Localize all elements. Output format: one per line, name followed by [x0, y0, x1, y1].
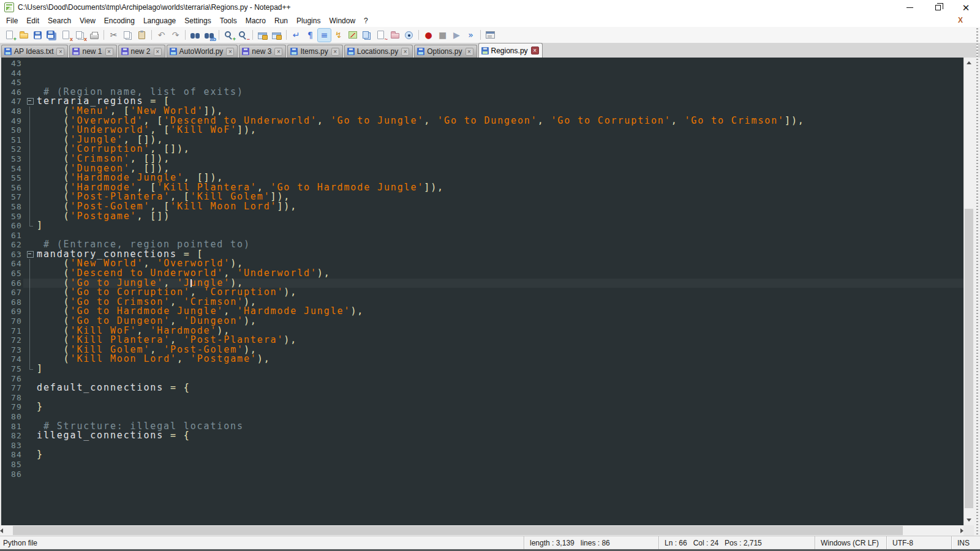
sync-vertical-scroll-button[interactable] [256, 29, 269, 42]
scroll-up-button[interactable] [964, 58, 974, 68]
code-line[interactable]: 83 [1, 441, 963, 451]
code-line[interactable]: 60] [1, 221, 963, 231]
tab-regions-py[interactable]: Regions.py× [478, 43, 543, 58]
save-all-button[interactable] [45, 29, 58, 42]
folder-as-workspace-button[interactable] [388, 29, 401, 42]
code-line[interactable]: 44 [1, 69, 963, 78]
open-file-button[interactable] [17, 29, 30, 42]
restore-button[interactable] [924, 0, 952, 15]
menu-search[interactable]: Search [43, 15, 75, 26]
close-file-button[interactable]: x [59, 29, 72, 42]
vertical-scroll-track[interactable] [964, 68, 974, 515]
panel-splitter[interactable] [976, 28, 978, 536]
run-command-button[interactable]: ↯ [332, 29, 345, 42]
tab-close-icon[interactable]: × [531, 47, 539, 54]
tab-new-1[interactable]: new 1× [69, 45, 116, 58]
zoom-out-button[interactable]: − [236, 29, 249, 42]
code-line[interactable]: 74 ('Kill Moon Lord', 'Postgame'), [1, 354, 963, 364]
tab-items-py[interactable]: Items.py× [287, 45, 342, 58]
run-command-icon: ↯ [335, 30, 342, 40]
vertical-scrollbar[interactable] [963, 58, 974, 525]
redo-button[interactable]: ↷ [169, 29, 182, 42]
menu-file[interactable]: File [2, 15, 22, 26]
menu-macro[interactable]: Macro [241, 15, 270, 26]
horizontal-scroll-thumb[interactable] [13, 526, 903, 535]
file-monitoring-button[interactable] [402, 29, 415, 42]
minimize-button[interactable] [895, 0, 924, 15]
show-all-characters-button[interactable]: ¶ [304, 29, 317, 42]
tab-new-2[interactable]: new 2× [118, 45, 165, 58]
code-line[interactable]: 84} [1, 450, 963, 460]
save-file-button[interactable] [31, 29, 44, 42]
line-number: 59 [1, 212, 22, 222]
menu-help[interactable]: ? [360, 15, 372, 26]
code-line[interactable]: 82illegal_connections = { [1, 431, 963, 441]
tab-new-3[interactable]: new 3× [239, 45, 286, 58]
line-number: 66 [1, 279, 22, 288]
menu-run[interactable]: Run [270, 15, 292, 26]
close-button[interactable]: ✕ [952, 0, 980, 15]
menu-plugins[interactable]: Plugins [292, 15, 325, 26]
macro-play-button[interactable]: ▶ [450, 29, 463, 42]
word-wrap-button[interactable]: ↵ [290, 29, 303, 42]
code-editor[interactable]: 43444546 # (Region name, list of exits)4… [0, 58, 963, 525]
code-line[interactable]: 77default_connections = { [1, 383, 963, 393]
tab-close-icon[interactable]: × [274, 48, 282, 56]
scroll-down-button[interactable] [964, 515, 974, 525]
tab-autoworld-py[interactable]: AutoWorld.py× [167, 45, 238, 58]
edit-macro-button[interactable]: ~ [374, 29, 387, 42]
undo-button[interactable]: ↶ [155, 29, 168, 42]
code-line[interactable]: 85 [1, 460, 963, 470]
tab-close-icon[interactable]: × [226, 48, 234, 56]
copy-button[interactable] [121, 29, 134, 42]
macro-record-button[interactable]: ● [422, 29, 435, 42]
tab-close-icon[interactable]: × [154, 48, 162, 56]
menu-edit[interactable]: Edit [22, 15, 43, 26]
replace-button[interactable]: ab [203, 29, 216, 42]
tab-options-py[interactable]: Options.py× [414, 45, 477, 58]
tab-locations-py[interactable]: Locations.py× [344, 45, 413, 58]
tab-close-icon[interactable]: × [401, 48, 409, 56]
document-switcher-button[interactable] [484, 29, 497, 42]
menu-tools[interactable]: Tools [216, 15, 241, 26]
toolbar-separator [104, 30, 104, 40]
cut-button[interactable]: ✂ [107, 29, 120, 42]
menu-view[interactable]: View [75, 15, 100, 26]
close-document-x-icon[interactable]: X [958, 16, 963, 24]
macro-record-icon: ● [424, 30, 432, 40]
macro-run-multiple-button[interactable]: » [464, 29, 477, 42]
horizontal-scrollbar[interactable] [0, 525, 963, 536]
macro-stop-button[interactable]: ■ [436, 29, 449, 42]
paste-button[interactable] [135, 29, 148, 42]
zoom-in-button[interactable]: + [222, 29, 235, 42]
menu-language[interactable]: Language [139, 15, 180, 26]
code-line[interactable]: 43 [1, 59, 963, 69]
code-line[interactable]: 59 ('Postgame', []) [1, 212, 963, 222]
tab-close-icon[interactable]: × [466, 48, 473, 56]
document-map-button[interactable] [346, 29, 359, 42]
print-button[interactable] [88, 29, 100, 42]
find-button[interactable] [189, 29, 202, 42]
horizontal-scroll-track[interactable] [3, 525, 960, 536]
menu-settings[interactable]: Settings [180, 15, 215, 26]
menu-encoding[interactable]: Encoding [100, 15, 139, 26]
code-line[interactable]: 86 [1, 470, 963, 479]
fold-marker-open[interactable] [24, 250, 36, 260]
tab-ap-ideas-txt[interactable]: AP Ideas.txt× [1, 45, 68, 58]
vertical-scroll-thumb[interactable] [965, 209, 973, 508]
code-line[interactable]: 78 [1, 393, 963, 403]
tab-close-icon[interactable]: × [105, 48, 113, 56]
new-file-button[interactable]: + [3, 29, 16, 42]
fold-marker-open[interactable] [24, 97, 36, 107]
menu-window[interactable]: Window [325, 15, 360, 26]
indent-guide-button[interactable]: ≡ [318, 29, 331, 42]
code-line[interactable]: 75] [1, 364, 963, 374]
status-insert-mode[interactable]: INS [951, 536, 980, 549]
sync-horizontal-scroll-button[interactable] [270, 29, 283, 42]
tab-close-icon[interactable]: × [56, 48, 64, 56]
code-line[interactable]: 79} [1, 402, 963, 412]
document-list-button[interactable] [360, 29, 373, 42]
tab-close-icon[interactable]: × [331, 48, 339, 56]
close-all-button[interactable]: x [74, 29, 86, 42]
line-number: 82 [1, 431, 22, 441]
